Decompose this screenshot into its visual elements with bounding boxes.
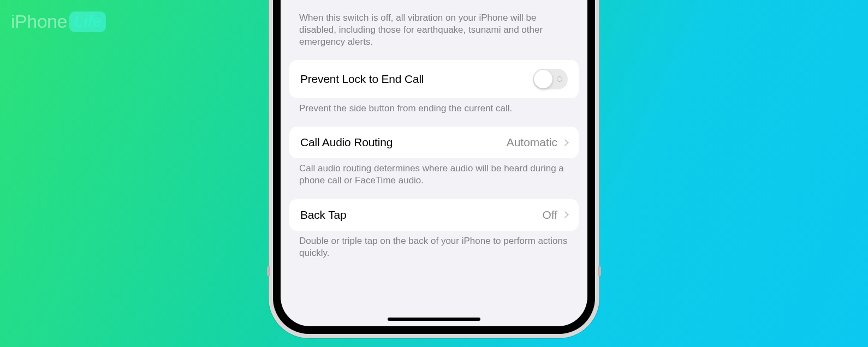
back-tap-value-wrap: Off xyxy=(542,208,568,222)
call-audio-value-wrap: Automatic xyxy=(507,136,568,149)
watermark-suffix: Life xyxy=(69,11,106,32)
chevron-right-icon xyxy=(562,139,569,146)
call-audio-label: Call Audio Routing xyxy=(300,136,393,149)
back-tap-footer: Double or triple tap on the back of your… xyxy=(289,231,579,271)
iphone-inner-frame: When this switch is off, all vibration o… xyxy=(273,0,595,334)
home-indicator-icon[interactable] xyxy=(388,318,480,321)
iphonelife-watermark: iPhone Life xyxy=(11,11,106,32)
prevent-lock-label: Prevent Lock to End Call xyxy=(300,73,424,86)
call-audio-routing-cell[interactable]: Call Audio Routing Automatic xyxy=(289,127,579,158)
toggle-off-indicator-icon xyxy=(557,76,562,82)
prevent-lock-footer: Prevent the side button from ending the … xyxy=(289,98,579,127)
back-tap-value: Off xyxy=(542,208,557,222)
vibration-footer-text: When this switch is off, all vibration o… xyxy=(289,0,579,60)
watermark-brand: iPhone xyxy=(11,11,67,32)
chevron-right-icon xyxy=(562,211,569,218)
iphone-screen: When this switch is off, all vibration o… xyxy=(281,0,587,326)
toggle-knob xyxy=(534,70,552,88)
prevent-lock-cell[interactable]: Prevent Lock to End Call xyxy=(289,60,579,98)
call-audio-footer: Call audio routing determines where audi… xyxy=(289,158,579,199)
prevent-lock-toggle[interactable] xyxy=(533,69,568,89)
iphone-device-frame: When this switch is off, all vibration o… xyxy=(269,0,599,338)
call-audio-value: Automatic xyxy=(507,136,557,149)
back-tap-label: Back Tap xyxy=(300,208,346,222)
settings-content: When this switch is off, all vibration o… xyxy=(281,0,587,271)
back-tap-cell[interactable]: Back Tap Off xyxy=(289,199,579,231)
